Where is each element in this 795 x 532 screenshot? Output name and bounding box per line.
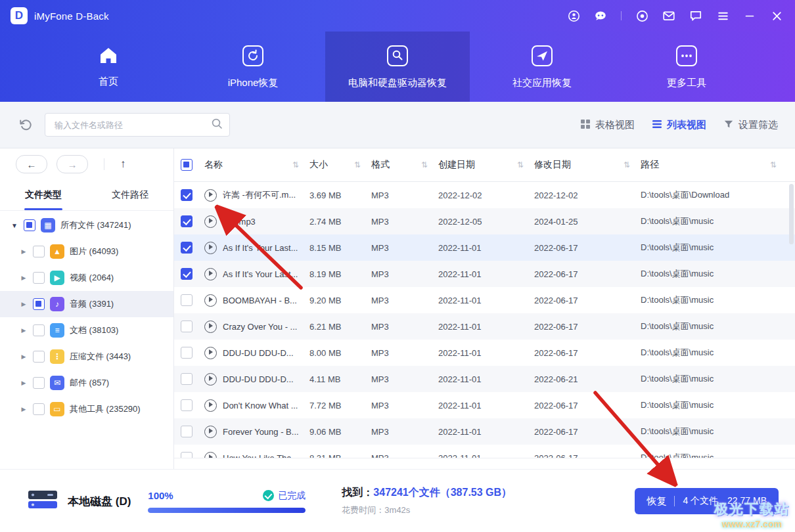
expander-icon[interactable]: ▶ [20, 380, 28, 386]
row-checkbox[interactable] [181, 189, 193, 201]
row-checkbox[interactable] [181, 215, 193, 227]
table-row[interactable]: Don't Know What ... 7.72 MB MP3 2022-11-… [174, 392, 795, 418]
record-icon[interactable] [635, 9, 648, 22]
mail-icon[interactable] [662, 9, 675, 22]
file-modified: 2022-06-17 [534, 401, 641, 410]
table-scrollbar[interactable] [789, 184, 794, 244]
header-created[interactable]: 创建日期⇅ [438, 159, 534, 171]
play-icon[interactable] [204, 242, 217, 254]
tree-item[interactable]: ▶ ▲ 图片 (64093) [0, 238, 173, 265]
nav-tab-home[interactable]: 首页 [36, 32, 181, 102]
header-name[interactable]: 名称⇅ [204, 159, 309, 171]
up-button[interactable]: ↑ [120, 158, 126, 171]
tree-checkbox[interactable] [33, 324, 45, 336]
tree-item[interactable]: ▶ ⋮ 压缩文件 (3443) [0, 344, 173, 370]
row-checkbox[interactable] [181, 294, 193, 306]
play-icon[interactable] [204, 347, 217, 359]
play-icon[interactable] [204, 268, 217, 280]
table-row[interactable]: Forever Young - B... 9.06 MB MP3 2022-11… [174, 418, 795, 445]
table-row[interactable]: 许嵩 -有何不可.m... 3.69 MB MP3 2022-12-02 202… [174, 182, 795, 208]
search-input[interactable] [53, 120, 211, 131]
recover-button[interactable]: 恢复 4 个文件，22.77 MB [635, 488, 779, 514]
forward-button[interactable]: → [57, 155, 88, 173]
expander-icon[interactable]: ▶ [20, 327, 28, 334]
back-button[interactable]: ← [16, 155, 47, 173]
header-modified[interactable]: 修改日期⇅ [534, 159, 641, 171]
table-row[interactable]: DDU-DU DDU-D... 4.11 MB MP3 2022-11-01 2… [174, 366, 795, 392]
play-icon[interactable] [204, 426, 217, 438]
file-modified: 2022-12-02 [534, 190, 641, 200]
expander-icon[interactable]: ▼ [11, 222, 18, 229]
table-header: 名称⇅ 大小⇅ 格式⇅ 创建日期⇅ 修改日期⇅ 路径⇅ [174, 148, 795, 182]
undo-icon[interactable] [17, 116, 34, 133]
chat-icon[interactable] [689, 9, 702, 22]
table-row[interactable]: As If It's Your Last... 8.19 MB MP3 2022… [174, 261, 795, 287]
recover-detail: 4 个文件，22.77 MB [683, 495, 767, 507]
row-checkbox[interactable] [181, 399, 193, 411]
nav-tab-iphone-recovery[interactable]: iPhone恢复 [181, 32, 325, 102]
tree-checkbox[interactable] [33, 351, 45, 363]
header-select-all[interactable] [181, 159, 204, 171]
play-icon[interactable] [204, 399, 217, 412]
tree-item[interactable]: ▶ ▶ 视频 (2064) [0, 265, 173, 291]
file-name: BOOMBAYAH - B... [223, 296, 297, 305]
filter-button[interactable]: 设置筛选 [723, 119, 778, 131]
tree-checkbox[interactable] [33, 403, 45, 415]
search-icon[interactable] [211, 118, 223, 132]
file-name-cell: DDU-DU DDU-D... [204, 347, 309, 359]
tree-checkbox[interactable] [24, 219, 35, 231]
nav-tab-social-recovery[interactable]: 社交应用恢复 [470, 32, 614, 102]
table-row[interactable]: IVE.mp3 2.74 MB MP3 2022-12-05 2024-01-2… [174, 208, 795, 234]
expander-icon[interactable]: ▶ [20, 301, 28, 307]
play-icon[interactable] [204, 294, 217, 307]
tree-item[interactable]: ▼ ▦ 所有文件 (347241) [0, 212, 173, 238]
expander-icon[interactable]: ▶ [20, 353, 28, 360]
table-row[interactable]: BOOMBAYAH - B... 9.20 MB MP3 2022-11-01 … [174, 287, 795, 313]
tree-checkbox[interactable] [33, 246, 45, 257]
list-view-button[interactable]: 列表视图 [652, 119, 706, 131]
table-row[interactable]: How You Like Tha... 8.31 MB MP3 2022-11-… [174, 445, 795, 458]
tree-item[interactable]: ▶ ≡ 文档 (38103) [0, 317, 173, 344]
header-size[interactable]: 大小⇅ [309, 159, 371, 171]
row-checkbox[interactable] [181, 242, 193, 254]
tree-item[interactable]: ▶ ▭ 其他工具 (235290) [0, 396, 173, 422]
row-checkbox[interactable] [181, 321, 193, 332]
play-icon[interactable] [204, 215, 217, 228]
header-path[interactable]: 路径⇅ [641, 159, 787, 171]
row-checkbox[interactable] [181, 268, 193, 280]
play-icon[interactable] [204, 189, 217, 202]
play-icon[interactable] [204, 321, 217, 333]
row-checkbox[interactable] [181, 452, 193, 458]
discord-icon[interactable] [594, 9, 607, 22]
play-icon[interactable] [204, 373, 217, 386]
tree-item[interactable]: ▶ ♪ 音频 (3391) [0, 291, 173, 317]
row-checkbox[interactable] [181, 426, 193, 437]
nav-tab-more-tools[interactable]: 更多工具 [614, 32, 759, 102]
header-format[interactable]: 格式⇅ [371, 159, 438, 171]
select-all-checkbox[interactable] [181, 159, 193, 171]
table-row[interactable]: Crazy Over You - ... 6.21 MB MP3 2022-11… [174, 313, 795, 340]
menu-icon[interactable] [716, 9, 729, 22]
expander-icon[interactable]: ▶ [20, 248, 28, 255]
toolbar: 表格视图 列表视图 设置筛选 [0, 102, 795, 148]
table-row[interactable]: As If It's Your Last... 8.15 MB MP3 2022… [174, 234, 795, 261]
community-icon[interactable] [567, 9, 580, 22]
row-checkbox[interactable] [181, 373, 193, 385]
tab-file-type[interactable]: 文件类型 [0, 180, 87, 210]
row-checkbox-cell [181, 189, 204, 201]
tree-checkbox[interactable] [33, 272, 45, 284]
minimize-icon[interactable] [743, 9, 756, 22]
file-name: As If It's Your Last... [223, 243, 298, 253]
table-row[interactable]: DDU-DU DDU-D... 8.00 MB MP3 2022-11-01 2… [174, 340, 795, 366]
expander-icon[interactable]: ▶ [20, 275, 28, 281]
tree-item[interactable]: ▶ ✉ 邮件 (857) [0, 370, 173, 396]
tab-file-path[interactable]: 文件路径 [87, 180, 173, 210]
tree-checkbox[interactable] [33, 298, 45, 310]
play-icon[interactable] [204, 452, 217, 459]
close-icon[interactable] [770, 9, 783, 22]
tree-checkbox[interactable] [33, 377, 45, 389]
expander-icon[interactable]: ▶ [20, 406, 28, 412]
grid-view-button[interactable]: 表格视图 [580, 119, 635, 131]
nav-tab-pc-recovery[interactable]: 电脑和硬盘驱动器恢复 [325, 32, 470, 102]
row-checkbox[interactable] [181, 347, 193, 359]
